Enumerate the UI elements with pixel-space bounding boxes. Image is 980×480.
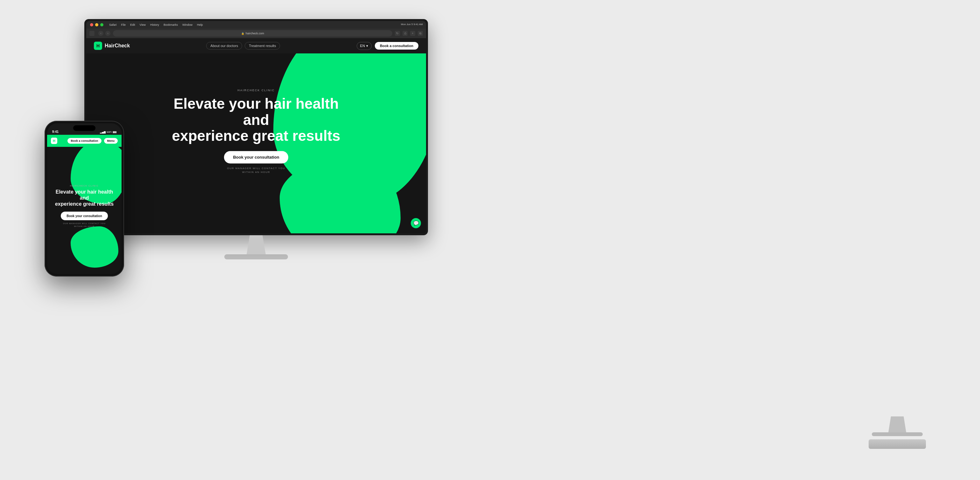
chevron-down-icon: ▾ (366, 44, 368, 48)
browser-nav: ‹ › (98, 31, 110, 36)
hero-clinic-label: HAIRCHECK CLINIC (99, 89, 413, 92)
fullscreen-traffic-light[interactable] (100, 23, 103, 26)
secondary-monitor-stand (885, 417, 910, 432)
menu-edit[interactable]: Edit (130, 23, 135, 26)
menu-bookmarks[interactable]: Bookmarks (164, 23, 178, 26)
menu-help[interactable]: Help (197, 23, 203, 26)
back-button[interactable]: ‹ (98, 31, 103, 36)
mac-mini-body (869, 439, 926, 449)
phone-hero: HAIRCHECK CLINIC Elevate your hair healt… (47, 147, 121, 274)
phone-navbar: H Book a consultation Menu (47, 135, 121, 147)
phone-screen: 9:41 ▂▄▆ WiFi ▮▮▮ H Book a consultation … (47, 124, 121, 274)
logo-icon: H (94, 42, 102, 50)
site-navbar: H HairCheck About our doctors Treatment … (86, 38, 426, 54)
monitor-stand (240, 235, 272, 254)
share-button[interactable]: ⎙ (402, 31, 407, 36)
dynamic-island (73, 125, 95, 131)
hero-subtext-line2: WITHIN AN HOUR (99, 170, 413, 174)
hero-heading: Elevate your hair health and experience … (164, 96, 348, 144)
reload-button[interactable]: ↻ (395, 31, 400, 36)
phone-clinic-label: HAIRCHECK CLINIC (52, 185, 116, 187)
site-logo: H HairCheck (94, 42, 130, 50)
battery-icon: ▮▮▮ (113, 131, 116, 133)
hero-subtext: OUR MANAGER WILL CONTACT YOU WITHIN AN H… (99, 166, 413, 174)
site-nav-links: About our doctors Treatment results (206, 42, 280, 49)
signal-icon: ▂▄▆ (100, 131, 106, 133)
menu-file[interactable]: File (121, 23, 126, 26)
minimize-traffic-light[interactable] (95, 23, 98, 26)
macos-titlebar: Safari File Edit View History Bookmarks … (86, 21, 426, 29)
mac-mini-area (853, 417, 942, 455)
website-content: H HairCheck About our doctors Treatment … (86, 38, 426, 233)
phone-logo-icon: H (51, 138, 57, 144)
phone-subtext-line1: OUR MANAGER WILL CONTACT YOU (52, 222, 116, 225)
lock-icon: 🔒 (241, 32, 244, 35)
phone-green-blob-bottom (71, 227, 118, 268)
phone-heading-line2: experience great results (55, 201, 114, 207)
secondary-monitor-base (872, 432, 923, 436)
browser-actions: ↻ ⎙ + ⧉ (395, 31, 423, 36)
macos-time: Mon Jun 5 9:41 AM (401, 23, 423, 26)
about-doctors-link[interactable]: About our doctors (206, 42, 242, 49)
macos-menu: Safari File Edit View History Bookmarks … (109, 23, 203, 26)
language-selector[interactable]: EN ▾ (357, 42, 372, 50)
hero-cta-button-desktop[interactable]: Book your consultation (224, 151, 288, 163)
phone-wrapper: 9:41 ▂▄▆ WiFi ▮▮▮ H Book a consultation … (45, 121, 124, 277)
phone-cta-button[interactable]: Book your consultation (61, 211, 108, 220)
phone-hero-subtext: OUR MANAGER WILL CONTACT YOU WITHIN AN H… (52, 222, 116, 228)
wifi-icon: WiFi (107, 131, 112, 133)
sidebar-toggle-icon[interactable] (89, 31, 94, 36)
phone-time: 9:41 (52, 130, 59, 133)
monitor-bezel: Safari File Edit View History Bookmarks … (84, 19, 428, 235)
new-tab-button[interactable]: + (410, 31, 415, 36)
hero-heading-line2: experience great results (172, 127, 340, 144)
monitor-screen: Safari File Edit View History Bookmarks … (86, 21, 426, 233)
close-traffic-light[interactable] (90, 23, 93, 26)
forward-button[interactable]: › (105, 31, 110, 36)
menu-history[interactable]: History (150, 23, 159, 26)
phone-heading-line1: Elevate your hair health and (56, 189, 113, 201)
url-text: haircheck.com (246, 32, 264, 35)
phone-menu-button[interactable]: Menu (104, 138, 118, 144)
hero-heading-line1: Elevate your hair health and (174, 95, 339, 128)
scene: Safari File Edit View History Bookmarks … (0, 0, 980, 480)
mac-mini-spacer (853, 439, 942, 449)
monitor-base (224, 254, 288, 260)
book-consultation-button-desktop[interactable]: Book a consultation (375, 42, 418, 49)
hero-text-area: HAIRCHECK CLINIC Elevate your hair healt… (86, 89, 426, 174)
browser-chrome: ‹ › 🔒 haircheck.com ↻ ⎙ + ⧉ (86, 29, 426, 38)
chat-bubble-icon[interactable]: 💬 (411, 218, 421, 228)
tabs-button[interactable]: ⧉ (418, 31, 423, 36)
hero-subtext-line1: OUR MANAGER WILL CONTACT YOU (99, 166, 413, 170)
phone-hero-heading: Elevate your hair health and experience … (52, 189, 116, 207)
hero-section: HAIRCHECK CLINIC Elevate your hair healt… (86, 38, 426, 233)
menu-safari[interactable]: Safari (109, 23, 117, 26)
site-nav-right: EN ▾ Book a consultation (357, 42, 418, 50)
monitor-wrapper: Safari File Edit View History Bookmarks … (84, 19, 428, 267)
address-bar[interactable]: 🔒 haircheck.com (113, 30, 392, 36)
phone-subtext-line2: WITHIN AN HOUR (52, 225, 116, 228)
treatment-results-link[interactable]: Treatment results (245, 42, 280, 49)
phone-hero-text: HAIRCHECK CLINIC Elevate your hair healt… (47, 185, 121, 228)
phone-book-button[interactable]: Book a consultation (67, 138, 101, 144)
phone-status-icons: ▂▄▆ WiFi ▮▮▮ (100, 131, 116, 133)
menu-view[interactable]: View (140, 23, 146, 26)
phone-body: 9:41 ▂▄▆ WiFi ▮▮▮ H Book a consultation … (45, 121, 124, 277)
lang-label: EN (360, 44, 365, 48)
logo-text: HairCheck (105, 43, 130, 49)
menu-window[interactable]: Window (182, 23, 192, 26)
